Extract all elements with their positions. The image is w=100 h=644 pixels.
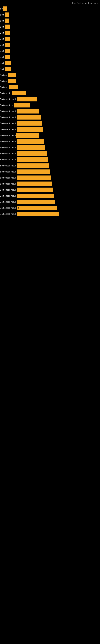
bar-label: Bottleneck result (0, 98, 17, 100)
bar-label: Bottleneck result (0, 140, 17, 143)
bar-label: Bottleneck result (0, 207, 17, 209)
bar-row: Bottlen (0, 72, 100, 78)
bar-label: Bott (0, 62, 5, 64)
bar-fill (17, 151, 47, 156)
bar-label: Bott (0, 50, 5, 52)
bar-fill (5, 12, 9, 17)
bar-fill (5, 67, 11, 71)
bar-label: Bottleneck result (0, 176, 17, 179)
bar-label: Bottleneck resul (0, 134, 16, 137)
bar-row: Bottleneck result (0, 199, 100, 205)
bar-fill (5, 49, 10, 53)
bar-label: Bott (0, 26, 5, 28)
bar-fill (5, 18, 9, 23)
bar-label: Bott (0, 44, 5, 46)
bar-row: Bott (0, 66, 100, 72)
bar-fill (17, 200, 55, 204)
bar-fill (17, 194, 54, 198)
bar-label: Bottleneck result (0, 152, 17, 155)
bar-row: Bottleneck result (0, 156, 100, 162)
bar-row: Bottleneck result (0, 169, 100, 175)
bar-row: Bott (0, 60, 100, 66)
bar-row: Bott (0, 54, 100, 60)
bar-row: Bo (0, 6, 100, 12)
bar-row: Bottleneck result (0, 120, 100, 126)
bar-label: Bott (0, 32, 5, 34)
bar-fill (17, 121, 42, 126)
bar-label: Bottleneck result (0, 182, 17, 185)
bar-label: Bottleneck result (0, 194, 17, 197)
bar-fill (17, 109, 39, 114)
bar-row: Bott (0, 24, 100, 30)
bar-label: Bott (0, 14, 5, 16)
bar-label: Bott (0, 38, 5, 40)
bar-fill (17, 164, 49, 168)
bar-row: Bottleneck result4 (0, 205, 100, 211)
bar-fill (5, 55, 10, 59)
bar-row: Bott (0, 42, 100, 48)
bar-fill (8, 73, 16, 77)
bar-row: Bottleneck result (0, 144, 100, 150)
bar-label: Bottleneck result (0, 146, 17, 149)
bar-row: Bottleneck result (0, 150, 100, 156)
bar-fill (17, 145, 45, 150)
bar-fill (5, 61, 11, 65)
bar-fill (9, 85, 18, 89)
bar-row: Bottleneck result (0, 126, 100, 132)
bar-row: Bottleneck result (0, 108, 100, 114)
site-title: TheBottlenecker.com (0, 0, 100, 6)
bar-row: Bott (0, 48, 100, 54)
bar-label: Bott (0, 20, 5, 22)
bar-label: Bottleneck r (0, 92, 12, 94)
bar-label: Bott (0, 68, 5, 70)
bar-label: Bottleneck result (0, 158, 17, 161)
bar-fill (5, 43, 10, 47)
bar-label: Bottleneck result (0, 116, 17, 118)
bar-label: Bottleneck result (0, 164, 17, 167)
bar-label: Bottleneck result (0, 110, 17, 112)
bar-label: Bott (0, 56, 5, 58)
bar-row: Bottleneck result (0, 162, 100, 169)
bar-fill (17, 182, 52, 186)
bar-fill: 4 (17, 206, 57, 210)
bar-fill (17, 158, 48, 162)
bar-label: Bottleneck result (0, 128, 17, 130)
bar-label: Bottleneck result (0, 122, 17, 124)
bar-fill (17, 176, 51, 180)
bar-row: Bott (0, 30, 100, 36)
bar-fill (17, 212, 59, 216)
bar-fill (16, 133, 39, 138)
bar-row: Bottleneck result (0, 211, 100, 217)
bar-row: Bottleneck result (0, 96, 100, 102)
bar-row: Bottleneck result (0, 187, 100, 193)
bar-label: Bottleneck result (0, 188, 17, 191)
bar-label: Bottlen (0, 74, 8, 76)
bar-row: Bottlene (0, 84, 100, 90)
bar-fill (12, 91, 26, 96)
bar-row: Bottleneck result (0, 181, 100, 187)
bar-row: Bottleneck result (0, 138, 100, 144)
bar-row: Bott (0, 12, 100, 18)
bar-row: Bottleneck result (0, 175, 100, 181)
bar-label: Bottlene (0, 86, 9, 88)
bar-fill (17, 115, 41, 120)
bar-label: Bottlen (0, 80, 8, 82)
bar-fill (3, 6, 7, 11)
bar-fill (17, 139, 44, 144)
bar-row: Bottleneck re (0, 102, 100, 108)
bar-label: Bottleneck result (0, 170, 17, 173)
bar-fill (8, 79, 16, 83)
bar-fill (5, 24, 10, 29)
bar-row: Bott (0, 18, 100, 24)
bar-label: Bo (0, 8, 3, 10)
bar-fill (5, 30, 10, 35)
bar-label: Bottleneck re (0, 104, 14, 106)
bar-fill (17, 170, 50, 174)
bar-value: 4 (18, 207, 19, 209)
bars-container: BoBottBottBottBottBottBottBottBottBottBo… (0, 6, 100, 217)
bar-label: Bottleneck result (0, 201, 17, 203)
bar-fill (14, 103, 30, 108)
bar-label: Bottleneck result (0, 213, 17, 215)
bar-row: Bott (0, 36, 100, 42)
bar-fill (17, 97, 37, 102)
